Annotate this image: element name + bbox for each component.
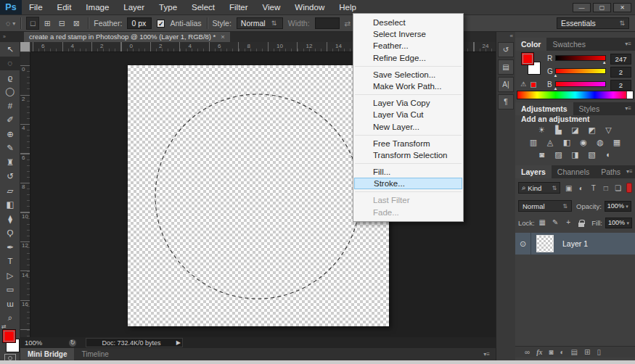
context-menu-item-stroke[interactable]: Stroke... xyxy=(354,178,462,189)
paragraph-panel-button[interactable]: ¶ xyxy=(498,94,514,109)
menu-filter[interactable]: Filter xyxy=(222,0,255,15)
minimize-button[interactable]: — xyxy=(573,3,591,12)
menu-select[interactable]: Select xyxy=(184,0,222,15)
tab-channels[interactable]: Channels xyxy=(552,165,595,178)
menu-window[interactable]: Window xyxy=(287,0,332,15)
curves-icon[interactable]: ◪ xyxy=(569,125,582,136)
context-menu-item-fill[interactable]: Fill... xyxy=(354,166,462,178)
move-tool[interactable]: ↖ xyxy=(0,42,20,57)
menu-image[interactable]: Image xyxy=(78,0,116,15)
menu-file[interactable]: File xyxy=(22,0,50,15)
white-chip[interactable] xyxy=(626,91,633,99)
context-menu-item-select-inverse[interactable]: Select Inverse xyxy=(354,28,462,40)
subtract-from-selection-icon[interactable]: ⊟ xyxy=(55,17,68,30)
color-spectrum-ramp[interactable] xyxy=(517,91,634,99)
channel-value-input[interactable]: 247 xyxy=(610,54,631,65)
context-menu-item-make-work-path[interactable]: Make Work Path... xyxy=(354,80,462,92)
crop-tool[interactable]: # xyxy=(0,99,20,113)
context-menu-item-feather[interactable]: Feather... xyxy=(354,40,462,51)
context-menu-item-new-layer[interactable]: New Layer... xyxy=(354,121,462,133)
maximize-button[interactable]: ▢ xyxy=(593,3,611,12)
selective-color-icon[interactable]: ▧ xyxy=(586,149,599,160)
width-input[interactable] xyxy=(315,17,340,29)
tool-preset-picker[interactable]: ◌ ▾ xyxy=(6,19,15,28)
zoom-level[interactable]: 100% xyxy=(25,339,49,347)
lock-all-icon[interactable] xyxy=(577,218,586,228)
channel-slider-track[interactable] xyxy=(555,81,606,87)
posterize-icon[interactable]: ▨ xyxy=(552,149,565,160)
blend-mode-dropdown[interactable]: Normal ⇅ xyxy=(518,200,572,212)
fill-input[interactable]: 100% ▾ xyxy=(605,218,632,228)
gradient-map-icon[interactable]: ◐ xyxy=(602,149,615,160)
antialias-checkbox[interactable]: ✓ xyxy=(157,20,165,28)
panel-menu-icon[interactable]: ▾≡ xyxy=(626,165,635,178)
tab-mini-bridge[interactable]: Mini Bridge xyxy=(20,348,74,360)
tab-timeline[interactable]: Timeline xyxy=(74,348,115,360)
close-tab-icon[interactable]: × xyxy=(221,32,225,42)
filter-type-icon[interactable]: T xyxy=(588,183,599,194)
menu-layer[interactable]: Layer xyxy=(116,0,152,15)
tab-layers[interactable]: Layers xyxy=(515,165,552,178)
photo-filter-icon[interactable]: ◉ xyxy=(577,137,590,148)
clone-stamp-tool[interactable]: ♜ xyxy=(0,155,20,170)
channel-slider-thumb[interactable]: ▲ xyxy=(554,73,558,78)
filter-shape-icon[interactable]: □ xyxy=(600,183,611,194)
canvas[interactable] xyxy=(128,65,389,326)
context-menu-item-save-selection[interactable]: Save Selection... xyxy=(354,69,462,80)
menu-type[interactable]: Type xyxy=(152,0,184,15)
menu-edit[interactable]: Edit xyxy=(50,0,79,15)
lock-paint-icon[interactable]: ✎ xyxy=(551,218,560,228)
history-panel-button[interactable]: ↺ xyxy=(498,42,514,57)
tab-paths[interactable]: Paths xyxy=(595,165,626,178)
lock-transparency-icon[interactable]: ▦ xyxy=(538,218,547,228)
vibrance-icon[interactable]: ▽ xyxy=(602,125,615,136)
tab-color[interactable]: Color xyxy=(515,38,546,51)
toolbar-collapse-icon[interactable]: » xyxy=(0,32,20,42)
layer-visibility-eye-icon[interactable]: ⊙ xyxy=(515,233,531,255)
character-panel-button[interactable]: A| xyxy=(498,77,514,92)
tab-styles[interactable]: Styles xyxy=(573,102,606,115)
hue-saturation-icon[interactable]: ▥ xyxy=(527,137,540,148)
exposure-icon[interactable]: ◩ xyxy=(586,125,599,136)
context-menu-item-layer-via-copy[interactable]: Layer Via Copy xyxy=(354,97,462,109)
document-tab[interactable]: create a red stamp in Photoshop @ 100% (… xyxy=(24,32,230,42)
layer-style-icon[interactable]: fx xyxy=(536,348,542,356)
feather-input[interactable]: 0 px xyxy=(127,17,152,29)
status-indicator-icon[interactable]: ↻ xyxy=(68,339,77,347)
levels-icon[interactable]: ▙ xyxy=(552,125,565,136)
gamut-color-chip[interactable] xyxy=(530,82,536,88)
dodge-tool[interactable]: Ϙ xyxy=(0,226,20,241)
shape-tool[interactable]: ▭ xyxy=(0,283,20,297)
channel-mixer-icon[interactable]: ◍ xyxy=(594,137,607,148)
adjustment-layer-icon[interactable]: ◐ xyxy=(560,348,565,356)
foreground-color-swatch[interactable] xyxy=(521,52,534,65)
elliptical-marquee-tool[interactable]: ◌ xyxy=(0,57,20,71)
quick-selection-tool[interactable]: ◯ xyxy=(0,85,20,99)
color-lookup-icon[interactable]: ▦ xyxy=(610,137,623,148)
panel-menu-icon[interactable]: ▾≡ xyxy=(625,38,635,51)
tab-swatches[interactable]: Swatches xyxy=(546,38,591,51)
swap-dimensions-icon[interactable]: ⇄ xyxy=(345,19,351,28)
delete-layer-icon[interactable]: ▯ xyxy=(597,348,601,356)
layer-mask-icon[interactable]: ◙ xyxy=(549,348,553,356)
opacity-input[interactable]: 100% ▾ xyxy=(605,201,631,212)
status-popup-arrow-icon[interactable]: ▶ xyxy=(176,339,182,346)
path-selection-tool[interactable]: ▷ xyxy=(0,268,20,283)
eraser-tool[interactable]: ▱ xyxy=(0,183,20,198)
foreground-color-swatch[interactable] xyxy=(2,329,16,343)
context-menu-item-deselect[interactable]: Deselect xyxy=(354,17,462,28)
menu-view[interactable]: View xyxy=(255,0,288,15)
eyedropper-tool[interactable]: ✐ xyxy=(0,113,20,128)
panel-menu-icon[interactable]: ▾≡ xyxy=(625,102,635,115)
workspace-selector[interactable]: Essentials ⇅ xyxy=(557,17,629,29)
black-and-white-icon[interactable]: ◧ xyxy=(560,137,573,148)
expand-panels-icon[interactable]: « xyxy=(510,33,513,39)
brightness-contrast-icon[interactable]: ☀ xyxy=(536,125,549,136)
invert-icon[interactable]: ◙ xyxy=(536,149,549,160)
lock-position-icon[interactable]: + xyxy=(564,218,573,228)
context-menu-item-refine-edge[interactable]: Refine Edge... xyxy=(354,52,462,64)
panel-menu-icon[interactable]: ▾≡ xyxy=(483,348,496,360)
channel-value-input[interactable]: 2 xyxy=(610,67,631,78)
menu-help[interactable]: Help xyxy=(332,0,364,15)
close-button[interactable]: ✕ xyxy=(613,3,631,12)
